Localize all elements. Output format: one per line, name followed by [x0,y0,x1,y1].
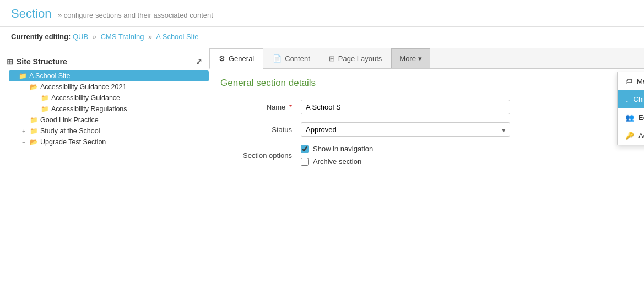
archive-section-checkbox[interactable] [301,158,309,166]
content-area: ⚙ General 📄 Content ⊞ Page Layouts More … [209,48,644,300]
tree-item-accessibility-regulations[interactable]: 📁 Accessibility Regulations [31,103,209,114]
folder-icon: 📁 [30,116,38,124]
tree-item-label: Good Link Practice [40,116,99,124]
tab-general[interactable]: ⚙ General [209,48,263,69]
layout-icon: ⊞ [329,54,335,63]
tab-more-label: More [399,54,416,63]
tab-page-layouts-label: Page Layouts [338,54,382,63]
tree-item-accessibility-2021[interactable]: − 📂 Accessibility Guidance 2021 [20,81,209,92]
page-header: Section » configure sections and their a… [0,0,644,27]
form-row-status: Status Approved Draft Archived ▾ [220,122,633,137]
breadcrumb-sep-1: » [93,32,96,41]
site-structure-icon: ⊞ [7,57,13,66]
archive-section-label[interactable]: Archive section [313,157,361,166]
breadcrumb-label: Currently editing: [11,32,71,41]
tree-item-label: Accessibility Guidance 2021 [40,83,126,91]
users-icon: 👥 [625,113,634,122]
folder-icon: 📂 [30,83,38,91]
folder-icon: 📁 [41,105,49,113]
checkbox-group: Show in navigation Archive section [301,145,373,166]
tree-item-accessibility-guidance[interactable]: 📁 Accessibility Guidance [31,92,209,103]
page-title: Section [11,7,51,20]
required-star: * [289,103,292,111]
tree-item-good-link-practice[interactable]: 📁 Good Link Practice [20,114,209,125]
tree-toggle: − [11,73,17,79]
name-label: Name * [220,103,292,111]
subtree-root: − 📂 Accessibility Guidance 2021 📁 Access… [9,81,209,147]
show-nav-checkbox[interactable] [301,145,309,153]
dropdown-edit-rights-label: Edit rights [638,113,644,122]
tab-content-label: Content [285,54,310,63]
tab-content[interactable]: 📄 Content [263,48,320,68]
dropdown-metadata[interactable]: 🏷 Metadata [618,72,644,90]
page-subtitle: » configure sections and their associate… [58,11,213,19]
show-nav-label[interactable]: Show in navigation [313,145,373,153]
folder-icon: 📁 [30,127,38,135]
form-area: General section details Name * Status Ap… [209,69,644,182]
sidebar: ⊞ Site Structure ⤢ − 📁 A School Site − 📂… [0,48,209,300]
breadcrumb-school-site[interactable]: A School Site [156,32,198,41]
key-icon: 🔑 [625,132,634,140]
checkbox-row-archive-section: Archive section [301,157,373,166]
tree-item-label: Accessibility Regulations [51,105,127,113]
dropdown-metadata-label: Metadata [637,77,644,85]
dropdown-access[interactable]: 🔑 Access [618,127,644,145]
tree-item-label: A School Site [29,72,70,80]
main-layout: ⊞ Site Structure ⤢ − 📁 A School Site − 📂… [0,48,644,300]
dropdown-child-sections-label: Child sections [634,95,645,103]
folder-icon: 📁 [19,72,27,80]
dropdown-child-sections[interactable]: ↓ Child sections [618,90,644,108]
folder-icon: 📁 [41,94,49,102]
form-row-name: Name * [220,100,633,114]
expand-icon[interactable]: ⤢ [196,57,202,66]
status-label: Status [220,125,292,134]
tag-icon: 🏷 [625,77,632,85]
section-options-label: Section options [220,151,292,160]
site-tree: − 📁 A School Site − 📂 Accessibility Guid… [0,70,209,147]
tab-page-layouts[interactable]: ⊞ Page Layouts [320,48,392,68]
breadcrumb-qub[interactable]: QUB [73,32,88,41]
subtree-accessibility: 📁 Accessibility Guidance 📁 Accessibility… [20,92,209,114]
tab-general-label: General [229,54,254,63]
breadcrumb: Currently editing: QUB » CMS Training » … [0,27,644,48]
tree-item-upgrade-test-section[interactable]: − 📂 Upgrade Test Section [20,136,209,147]
dropdown-edit-rights[interactable]: 👥 Edit rights [618,108,644,127]
tree-item-label: Upgrade Test Section [40,138,106,146]
folder-icon: 📂 [30,138,38,146]
tree-item-label: Accessibility Guidance [51,94,120,102]
tab-more[interactable]: More ▾ [391,48,430,68]
tab-bar: ⚙ General 📄 Content ⊞ Page Layouts More … [209,48,644,69]
tree-item-label: Study at the School [40,127,100,135]
status-select-wrap: Approved Draft Archived ▾ [301,122,510,137]
dropdown-access-label: Access [638,132,644,140]
tree-item-a-school-site[interactable]: − 📁 A School Site [9,70,209,81]
form-section-title: General section details [220,78,633,89]
status-select[interactable]: Approved Draft Archived [301,122,510,137]
tree-item-study-at-school[interactable]: + 📁 Study at the School [20,125,209,136]
file-icon: 📄 [273,54,282,63]
tree-toggle: − [22,139,28,145]
child-icon: ↓ [625,95,629,103]
name-input[interactable] [301,100,510,114]
breadcrumb-sep-2: » [148,32,152,41]
checkbox-row-show-nav: Show in navigation [301,145,373,153]
chevron-down-icon: ▾ [418,54,422,63]
tree-toggle: − [22,84,28,90]
sidebar-header-left: ⊞ Site Structure [7,57,67,66]
sliders-icon: ⚙ [219,54,225,63]
breadcrumb-cms-training[interactable]: CMS Training [101,32,144,41]
tree-toggle: + [22,128,28,134]
sidebar-header: ⊞ Site Structure ⤢ [0,54,209,70]
sidebar-title: Site Structure [17,57,67,66]
dropdown-menu: 🏷 Metadata ↓ Child sections 👥 Edit right… [617,72,644,145]
form-row-section-options: Section options Show in navigation Archi… [220,145,633,166]
